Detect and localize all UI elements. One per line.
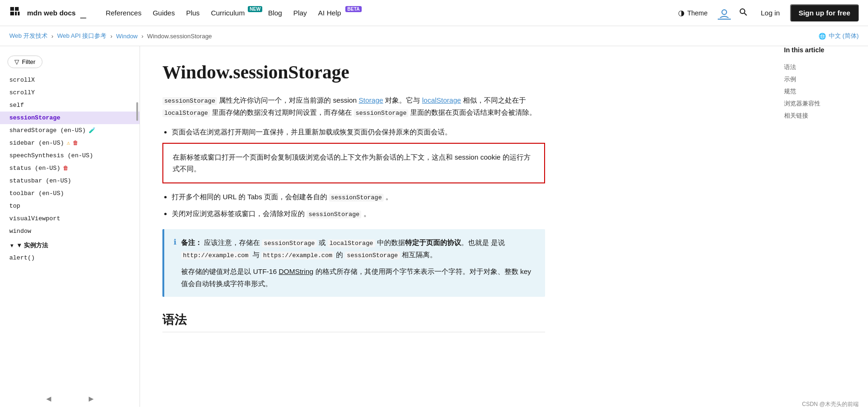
localstorage-code-2: localStorage <box>162 109 210 117</box>
toc-item-compat[interactable]: 浏览器兼容性 <box>784 98 859 110</box>
sessionstorage-code-2: sessionStorage <box>354 109 408 117</box>
breadcrumb: Web 开发技术 › Web API 接口参考 › Window › Windo… <box>0 26 868 46</box>
main-nav: References Guides Plus Curriculum NEW Bl… <box>101 6 658 20</box>
section-label: ▼ 实例方法 <box>16 241 48 250</box>
breadcrumb-current: Window.sessionStorage <box>147 33 212 40</box>
note-paragraph-1: 备注： 应该注意，存储在 sessionStorage 或 localStora… <box>181 237 536 261</box>
section-arrow: ▼ <box>9 243 14 248</box>
toc-title: In this article <box>784 46 859 54</box>
breadcrumb-item-2[interactable]: Web API 接口参考 <box>57 32 106 40</box>
breadcrumb-item-1[interactable]: Web 开发技术 <box>9 32 48 40</box>
sidebar-item-window[interactable]: window <box>0 225 140 238</box>
sidebar-item-alert[interactable]: alert() <box>0 252 140 264</box>
toc-item-syntax[interactable]: 语法 <box>784 61 859 73</box>
sidebar-item-speechSynthesis[interactable]: speechSynthesis (en-US) <box>0 149 140 162</box>
highlighted-box: 在新标签或窗口打开一个页面时会复制顶级浏览会话的上下文作为新会话的上下文，这点和… <box>162 143 545 183</box>
sidebar: ▽ Filter scrollX scrollY self sessionSto… <box>0 46 140 407</box>
svg-rect-3 <box>15 12 17 15</box>
feature-list: 页面会话在浏览器打开期间一直保持，并且重新加载或恢复页面仍会保持原来的页面会话。… <box>172 126 554 220</box>
nav-references[interactable]: References <box>101 6 146 20</box>
logo-text: mdn web docs <box>27 9 76 17</box>
toc-item-examples[interactable]: 示例 <box>784 73 859 85</box>
sidebar-item-scrollX[interactable]: scrollX <box>0 74 140 86</box>
language-selector[interactable]: 🌐 中文 (简体) <box>819 32 859 40</box>
toc-sidebar: In this article 语法 示例 规范 浏览器兼容性 相关链接 <box>775 46 868 407</box>
logo-icon <box>9 6 23 20</box>
note-paragraph-2: 被存储的键值对总是以 UTF-16 DOMString 的格式所存储，其使用两个… <box>181 266 536 289</box>
nav-play[interactable]: Play <box>288 6 311 20</box>
scroll-left-icon[interactable]: ◀ <box>46 395 51 402</box>
search-icon <box>739 8 748 16</box>
syntax-heading: 语法 <box>162 312 545 332</box>
breadcrumb-item-3[interactable]: Window <box>116 33 138 40</box>
sessionstorage-code-4: sessionStorage <box>307 210 361 218</box>
user-icon[interactable] <box>718 7 731 20</box>
svg-line-7 <box>744 13 747 15</box>
localstorage-link[interactable]: localStorage <box>422 96 461 104</box>
sidebar-item-toolbar[interactable]: toolbar (en-US) <box>0 187 140 200</box>
intro-paragraph: sessionStorage 属性允许你访问一个，对应当前源的 session … <box>162 94 545 119</box>
toc-item-related[interactable]: 相关链接 <box>784 110 859 122</box>
sessionstorage-code: sessionStorage <box>162 97 217 105</box>
breadcrumb-sep-3: › <box>141 33 143 40</box>
sidebar-item-visualViewport[interactable]: visualViewport <box>0 212 140 225</box>
bullet-3: 打开多个相同的 URL 的 Tabs 页面，会创建各自的 sessionStor… <box>172 191 554 203</box>
sidebar-filter-area: ▽ Filter <box>7 56 132 68</box>
bullet-2-highlighted: 在新标签或窗口打开一个页面时会复制顶级浏览会话的上下文作为新会话的上下文，这点和… <box>162 143 554 183</box>
page-title: Window.sessionStorage <box>162 61 752 83</box>
toc-item-spec[interactable]: 规范 <box>784 85 859 98</box>
sidebar-item-sidebar[interactable]: sidebar (en-US) ⚠ 🗑 <box>0 137 140 149</box>
lang-label: 中文 (简体) <box>829 32 859 40</box>
svg-point-6 <box>740 9 745 14</box>
sidebar-item-row: status (en-US) 🗑 <box>9 165 130 172</box>
storage-link[interactable]: Storage <box>359 96 384 104</box>
sidebar-item-statusbar[interactable]: statusbar (en-US) <box>0 175 140 187</box>
header-actions: ◑ Theme Log in Sign up for free <box>673 4 859 21</box>
sidebar-item-sharedStorage[interactable]: sharedStorage (en-US) 🧪 <box>0 124 140 137</box>
login-button[interactable]: Log in <box>756 6 784 20</box>
nav-blog[interactable]: Blog <box>263 6 287 20</box>
search-button[interactable] <box>736 5 750 21</box>
nav-aihelp[interactable]: AI Help BETA <box>314 6 361 20</box>
filter-icon: ▽ <box>14 58 19 65</box>
nav-curriculum[interactable]: Curriculum NEW <box>206 6 262 20</box>
new-badge: NEW <box>248 6 262 12</box>
filter-label: Filter <box>22 58 35 65</box>
sidebar-item-row: sidebar (en-US) ⚠ 🗑 <box>9 140 130 147</box>
theme-button[interactable]: ◑ Theme <box>673 6 713 20</box>
note-text-area: 备注： 应该注意，存储在 sessionStorage 或 localStora… <box>181 237 536 289</box>
sidebar-item-top[interactable]: top <box>0 200 140 212</box>
logo-slash: _ <box>80 7 86 19</box>
sidebar-scroll-controls: ◀ ▶ <box>46 395 94 402</box>
sessionstorage-code-3: sessionStorage <box>329 194 384 202</box>
filter-button[interactable]: ▽ Filter <box>7 56 42 68</box>
scroll-right-icon[interactable]: ▶ <box>89 395 94 402</box>
svg-rect-2 <box>10 12 14 15</box>
sidebar-item-scrollY[interactable]: scrollY <box>0 86 140 99</box>
sidebar-item-sessionStorage[interactable]: sessionStorage <box>0 112 140 124</box>
svg-point-5 <box>722 10 727 14</box>
logo[interactable]: mdn web docs _ <box>9 6 86 20</box>
globe-icon: 🌐 <box>819 33 826 40</box>
sidebar-item-row: sharedStorage (en-US) 🧪 <box>9 127 130 134</box>
site-header: mdn web docs _ References Guides Plus Cu… <box>0 0 868 26</box>
note-header: ℹ 备注： 应该注意，存储在 sessionStorage 或 localSto… <box>174 237 536 289</box>
trash-icon: 🗑 <box>63 165 69 172</box>
main-content: Window.sessionStorage sessionStorage 属性允… <box>140 46 775 407</box>
theme-label: Theme <box>687 9 708 17</box>
breadcrumb-sep-2: › <box>110 33 112 40</box>
svg-rect-4 <box>18 12 20 15</box>
svg-rect-1 <box>15 7 19 11</box>
sidebar-item-self[interactable]: self <box>0 99 140 112</box>
trash-icon: 🗑 <box>73 140 78 147</box>
sidebar-section-methods[interactable]: ▼ ▼ 实例方法 <box>0 238 140 252</box>
nav-guides[interactable]: Guides <box>148 6 180 20</box>
beta-badge: BETA <box>345 6 361 12</box>
footer-credit: CSDN @木壳头的前端 <box>802 400 859 407</box>
nav-plus[interactable]: Plus <box>182 6 204 20</box>
svg-rect-0 <box>10 7 14 11</box>
theme-icon: ◑ <box>678 8 685 17</box>
signup-button[interactable]: Sign up for free <box>790 4 859 21</box>
sidebar-item-status[interactable]: status (en-US) 🗑 <box>0 162 140 175</box>
sidebar-scrollbar <box>136 102 138 121</box>
